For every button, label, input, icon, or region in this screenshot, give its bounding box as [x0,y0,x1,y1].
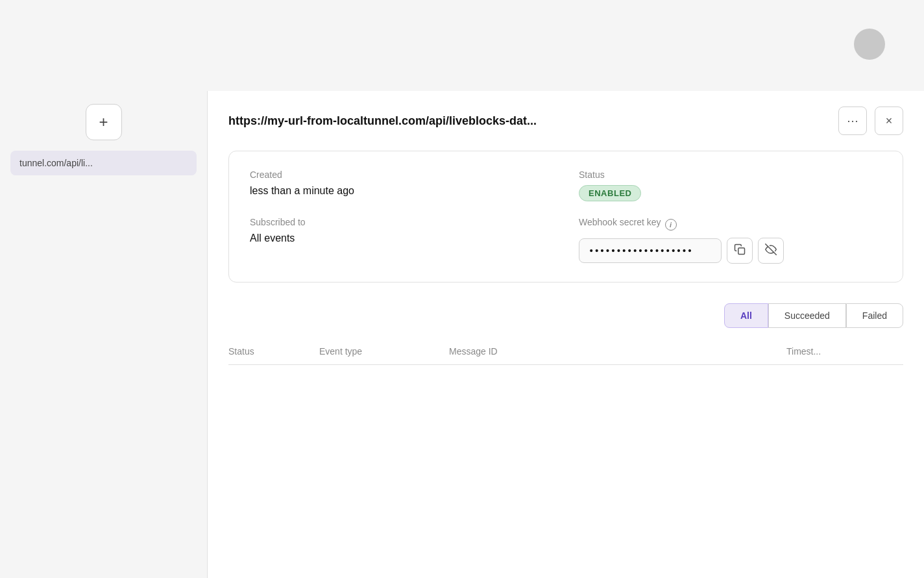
filter-succeeded-tab[interactable]: Succeeded [768,303,846,328]
subscribed-label: Subscribed to [250,217,553,227]
col-event-type: Event type [319,346,449,357]
toggle-secret-visibility-button[interactable] [758,238,784,264]
col-status: Status [228,346,319,357]
table-body [228,365,903,430]
table-header: Status Event type Message ID Timest... [228,338,903,365]
info-card: Created less than a minute ago Status EN… [228,151,903,283]
created-label: Created [250,170,553,180]
webhook-secret-label: Webhook secret key [579,217,661,227]
col-message-id: Message ID [449,346,786,357]
status-section: Status ENABLED [579,170,882,201]
eye-slash-icon [765,244,777,258]
more-options-button[interactable]: ⋯ [838,107,867,135]
created-value: less than a minute ago [250,185,553,197]
sidebar-item-webhook[interactable]: tunnel.com/api/li... [10,151,197,175]
ellipsis-icon: ⋯ [847,114,858,128]
webhook-url: https://my-url-from-localtunnel.com/api/… [228,114,831,128]
col-timestamp: Timest... [786,346,903,357]
filter-all-tab[interactable]: All [724,303,768,328]
info-icon[interactable]: i [665,219,677,231]
close-button[interactable]: × [875,107,903,135]
url-bar-row: https://my-url-from-localtunnel.com/api/… [228,107,903,135]
filter-tabs: All Succeeded Failed [228,303,903,328]
plus-icon: + [99,114,108,130]
secret-input[interactable] [579,238,722,263]
subscribed-section: Subscribed to All events [250,217,553,264]
filter-failed-tab[interactable]: Failed [846,303,903,328]
top-bar [0,0,924,91]
add-webhook-button[interactable]: + [86,104,122,140]
sidebar-item-label: tunnel.com/api/li... [19,158,93,168]
webhook-secret-label-row: Webhook secret key i [579,217,882,232]
status-badge: ENABLED [579,185,641,201]
content-panel: https://my-url-from-localtunnel.com/api/… [208,91,924,578]
webhook-secret-row [579,238,882,264]
copy-secret-button[interactable] [727,238,753,264]
avatar [854,29,885,60]
sidebar: + tunnel.com/api/li... [0,91,208,578]
copy-icon [734,244,746,258]
status-label: Status [579,170,882,180]
created-section: Created less than a minute ago [250,170,553,201]
svg-rect-0 [738,248,745,255]
webhook-secret-section: Webhook secret key i [579,217,882,264]
close-icon: × [886,114,893,128]
main-layout: + tunnel.com/api/li... https://my-url-fr… [0,91,924,578]
subscribed-value: All events [250,232,553,244]
